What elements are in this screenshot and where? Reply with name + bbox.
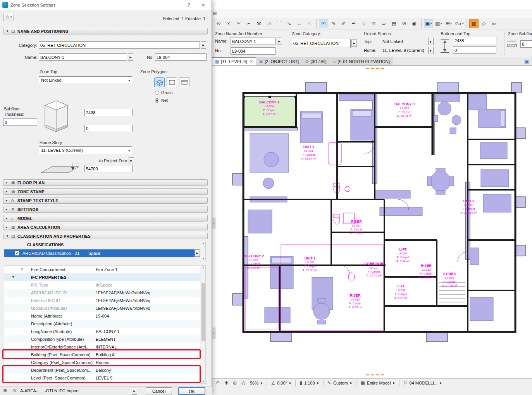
top-offset-input[interactable] (453, 37, 496, 44)
scale-control[interactable]: ▮1:100 (297, 379, 322, 387)
suspend-groups-icon[interactable]: × (224, 19, 233, 28)
layers-icon[interactable]: ≣ (3, 388, 7, 393)
intersect-icon[interactable]: ⊿ (264, 19, 274, 28)
section-floor-plan[interactable]: ▸▦FLOOR PLAN (3, 179, 208, 186)
category-combo[interactable] (39, 41, 200, 49)
section-model[interactable]: ▸⌂MODEL (3, 215, 208, 222)
offset-icon[interactable]: ↘ (284, 19, 294, 28)
zone-stamp[interactable]: RISERL9-012F: CarpetA: 0.68 m² (349, 294, 362, 309)
go-button[interactable]: Go▾ (454, 19, 464, 28)
home-story-value[interactable]: 11. LEVEL 9 (Current) (382, 48, 424, 53)
gross-radio[interactable]: Gross (155, 90, 172, 95)
panel-collapse-grip[interactable]: ◂ (212, 218, 215, 228)
duplicate-view-icon[interactable]: ▥▾ (434, 19, 443, 28)
dialog-titlebar[interactable]: Zone Selection Settings ? × (0, 0, 212, 10)
link-icon[interactable]: ∞ (489, 19, 499, 28)
section-classification-properties[interactable]: ▼▤CLASSIFICATION AND PROPERTIES (3, 233, 208, 239)
pan-icon[interactable]: ✚ (222, 379, 231, 387)
property-group-header[interactable]: ▼IFC PROPERTIES (4, 273, 200, 281)
classifications-scrollbar[interactable]: ▲▼ (201, 241, 206, 261)
favorites-button[interactable]: ☆▾ (3, 13, 14, 21)
ok-button[interactable]: OK (178, 387, 205, 395)
tab-floor-plan[interactable]: ▦ [11. LEVEL 9] (212, 57, 256, 65)
menu-item-partial[interactable]: M (213, 11, 217, 16)
annotation-icon[interactable]: ⊘ (399, 19, 409, 28)
model-filter-control[interactable]: ▦Entire Model (358, 379, 398, 387)
zone-category-combo[interactable] (292, 39, 351, 48)
pen-set-control[interactable]: ✎Custom (325, 379, 355, 387)
section-name-and-positioning[interactable]: ▼ ▤ NAME AND POSITIONING (3, 28, 208, 34)
property-row[interactable]: CompositionType (Attribute)ELEMENT (4, 335, 200, 343)
renovation-filter-control[interactable]: ⚐04 MODELLI... (401, 379, 444, 387)
scroll-up-icon[interactable]: ▲ (202, 242, 205, 244)
tab-north-elevation[interactable]: ⌂ [E-01 NORTH ELEVATION] (330, 57, 393, 65)
trim-icon[interactable]: ⚒ (254, 19, 263, 28)
zone-number-input[interactable] (155, 53, 207, 61)
eye-icon[interactable]: ⊙ (12, 388, 16, 393)
subfloor-thickness-input[interactable] (3, 118, 37, 126)
net-radio[interactable]: Net (155, 98, 168, 103)
zone-name-input[interactable] (231, 38, 275, 45)
properties-scrollbar[interactable]: ▲ ▼ (201, 265, 206, 384)
paintbrush-icon[interactable]: ✎ (329, 19, 338, 28)
zone-stamp[interactable]: BALCONY 3L9-006F: CarpetA: 10.24 m² (394, 102, 415, 118)
zoom-in-icon[interactable]: ⊕ (231, 379, 239, 387)
tab-object-list[interactable]: ⊞ [2. OBJECT LIST] (256, 57, 302, 65)
tab-close-icon[interactable] (250, 59, 253, 64)
cancel-button[interactable]: Cancel (146, 387, 172, 395)
zone-number-input[interactable] (231, 47, 275, 55)
favorites-icon[interactable]: ☆ (359, 19, 368, 28)
project-zero-flyout-button[interactable] (129, 157, 134, 164)
scrollbar-thumb[interactable] (201, 283, 205, 341)
adjust-icon[interactable]: ⌐ (244, 19, 253, 28)
zone-name-flyout-button[interactable] (128, 53, 133, 61)
split-icon[interactable]: ✂ (234, 19, 243, 28)
menubar-partial[interactable]: M (212, 9, 532, 18)
zone-stamp[interactable]: LIFTL9-008F: CarpetA: 6.29 m² (394, 284, 408, 300)
marquee-icon[interactable]: ⊡ (319, 19, 328, 28)
zone-bottom-offset-input[interactable] (84, 125, 133, 132)
group-expand-icon[interactable]: ▼ (12, 273, 15, 281)
zone-top-select[interactable]: Not Linked (39, 76, 132, 84)
zoom-history-icon[interactable]: ↶ (213, 379, 222, 387)
zone-polygon-method-2-button[interactable] (167, 77, 177, 87)
property-row[interactable]: External IFC ID1Eh9E2AFj5MeWa7xtbNVvq (4, 297, 200, 304)
navigator-icon[interactable]: ▣ (521, 57, 532, 65)
property-row[interactable]: ≡Fire CompartmentFire Zone 1 (4, 266, 200, 273)
panel-collapse-grip[interactable]: ◂ (212, 328, 215, 338)
close-button[interactable]: × (198, 1, 209, 9)
property-row[interactable]: Description (Attribute) (4, 320, 200, 328)
zone-polygon-method-3-button[interactable] (179, 77, 189, 87)
help-button[interactable]: ? (183, 1, 195, 9)
zone-height-input[interactable] (84, 109, 133, 116)
inject-parameters-icon[interactable]: ✒ (349, 19, 358, 28)
zone-category-flyout-button[interactable] (351, 40, 357, 47)
subfloor-thickness-input[interactable] (520, 40, 532, 48)
zone-polygon-method-1-button[interactable] (154, 77, 165, 87)
property-row[interactable]: GlobalId (Attribute)1Eh9E2AFj5MeWa7xtbNV… (4, 304, 200, 312)
classification-flyout-button[interactable] (195, 249, 200, 257)
home-story-select[interactable]: 11. LEVEL 9 (Current) (39, 146, 132, 154)
top-linked-value[interactable]: Not Linked (382, 39, 403, 44)
active-overlay-icon[interactable]: ▩ (469, 19, 479, 28)
classification-checkbox[interactable] (15, 251, 19, 256)
import-flyout-button[interactable] (132, 388, 137, 395)
bottom-offset-input[interactable] (453, 46, 496, 54)
dimension-icon[interactable]: ½ (214, 19, 223, 28)
floor-plan-canvas[interactable]: BALCONY 1L9-004F: CarpetA: 9.17 m²BALCON… (212, 66, 532, 378)
property-row[interactable]: ARCHICAD IFC ID1Eh9E2AFj5MeWa7xtbNVvq (4, 289, 200, 297)
property-row[interactable]: LongName (Attribute)BALCONY 1 (4, 328, 200, 335)
document-icon[interactable]: ▤ (389, 19, 399, 28)
zone-name-flyout-button[interactable] (277, 38, 282, 45)
section-stamp-text-style[interactable]: ▸ASTAMP TEXT STYLE (3, 197, 208, 204)
zone-stamp[interactable]: CORRIDORL9-014F: CarpetA: 27.76 m² (365, 262, 384, 277)
view-settings-icon[interactable]: ▣▾ (424, 19, 433, 28)
zone-name-input[interactable] (39, 53, 127, 61)
zone-stamp[interactable]: STAIRSL9-009F: CarpetA: 17.46 m² (442, 272, 457, 287)
zone-stamp[interactable]: UNIT 1L9-001F: CarpetA: 81.92 m² (301, 145, 317, 160)
zone-stamp[interactable]: UNIT 2L9-002F: CarpetA: 76.39 m² (303, 256, 318, 272)
window-icon[interactable]: ⊞▾ (444, 19, 453, 28)
orientation-control[interactable]: ∠0.00° (269, 379, 294, 387)
property-row[interactable]: Name (Attribute)L9-004 (4, 312, 200, 320)
zoom-window-icon[interactable]: ◎ (239, 379, 248, 387)
